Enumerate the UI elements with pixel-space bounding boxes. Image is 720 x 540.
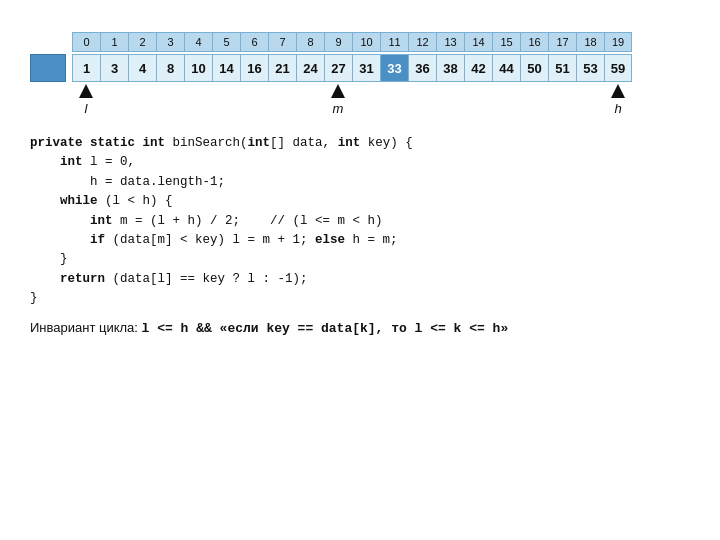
- value-cell: 33: [380, 54, 408, 82]
- value-cell: 44: [492, 54, 520, 82]
- index-cell: 5: [212, 32, 240, 52]
- index-cell: 1: [100, 32, 128, 52]
- arrow-row: lmh: [72, 84, 690, 124]
- value-cell: 27: [324, 54, 352, 82]
- value-cell: 1: [72, 54, 100, 82]
- value-cell: 50: [520, 54, 548, 82]
- value-cell: 51: [548, 54, 576, 82]
- value-cell: 3: [100, 54, 128, 82]
- index-cell: 6: [240, 32, 268, 52]
- index-row: 012345678910111213141516171819: [72, 32, 690, 52]
- code-line: h = data.length-1;: [30, 173, 690, 192]
- invariant-line: Инвариант цикла: l <= h && «если key == …: [30, 320, 690, 336]
- code-line: int m = (l + h) / 2; // (l <= m < h): [30, 212, 690, 231]
- index-cell: 9: [324, 32, 352, 52]
- arrow-m: m: [331, 84, 345, 116]
- index-cell: 7: [268, 32, 296, 52]
- value-cell: 31: [352, 54, 380, 82]
- value-cell: 38: [436, 54, 464, 82]
- value-cell: 36: [408, 54, 436, 82]
- value-cell: 42: [464, 54, 492, 82]
- code-line: if (data[m] < key) l = m + 1; else h = m…: [30, 231, 690, 250]
- index-cell: 13: [436, 32, 464, 52]
- arrow-label: m: [333, 101, 344, 116]
- arrow-label: l: [85, 101, 88, 116]
- index-cell: 18: [576, 32, 604, 52]
- invariant-code: l <= h && «если key == data[k], то l <= …: [142, 321, 509, 336]
- index-cell: 15: [492, 32, 520, 52]
- arrow-h: h: [611, 84, 625, 116]
- index-cell: 2: [128, 32, 156, 52]
- value-cell: 53: [576, 54, 604, 82]
- value-cell: 14: [212, 54, 240, 82]
- invariant-label: Инвариант цикла:: [30, 320, 142, 335]
- arrow-l: l: [79, 84, 93, 116]
- value-cell: 59: [604, 54, 632, 82]
- index-cell: 14: [464, 32, 492, 52]
- code-section: private static int binSearch(int[] data,…: [30, 134, 690, 308]
- arrow-label: h: [614, 101, 621, 116]
- value-cell: 8: [156, 54, 184, 82]
- index-cell: 11: [380, 32, 408, 52]
- key-box: [30, 54, 66, 82]
- index-cell: 12: [408, 32, 436, 52]
- index-cell: 10: [352, 32, 380, 52]
- arrow-up-icon: [79, 84, 93, 98]
- value-cell: 21: [268, 54, 296, 82]
- index-cell: 17: [548, 32, 576, 52]
- index-cell: 16: [520, 32, 548, 52]
- code-line: while (l < h) {: [30, 192, 690, 211]
- code-line: return (data[l] == key ? l : -1);: [30, 270, 690, 289]
- index-cell: 0: [72, 32, 100, 52]
- value-cell: 10: [184, 54, 212, 82]
- arrow-up-icon: [331, 84, 345, 98]
- value-cell: 4: [128, 54, 156, 82]
- value-cell: 24: [296, 54, 324, 82]
- value-cell: 16: [240, 54, 268, 82]
- code-line: private static int binSearch(int[] data,…: [30, 134, 690, 153]
- index-cell: 8: [296, 32, 324, 52]
- page: 012345678910111213141516171819 134810141…: [0, 0, 720, 346]
- index-cell: 3: [156, 32, 184, 52]
- index-cell: 19: [604, 32, 632, 52]
- code-line: }: [30, 289, 690, 308]
- array-section: 012345678910111213141516171819 134810141…: [30, 32, 690, 124]
- code-line: }: [30, 250, 690, 269]
- code-line: int l = 0,: [30, 153, 690, 172]
- index-cell: 4: [184, 32, 212, 52]
- arrow-up-icon: [611, 84, 625, 98]
- value-row: 134810141621242731333638424450515359: [30, 54, 690, 82]
